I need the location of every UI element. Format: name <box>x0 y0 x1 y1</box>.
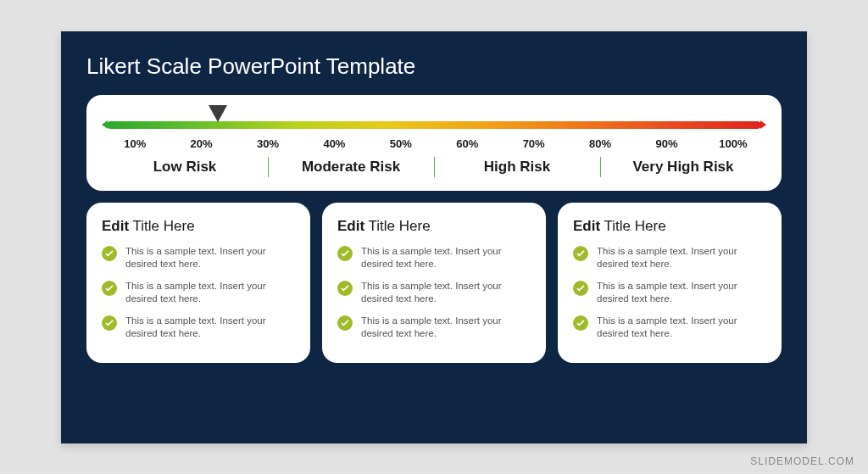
tick-label: 100% <box>700 137 766 150</box>
tick-label: 90% <box>633 137 699 150</box>
check-icon <box>102 281 117 296</box>
card-title: Edit Title Here <box>573 218 766 235</box>
tick-labels: 10% 20% 30% 40% 50% 60% 70% 80% 90% 100% <box>102 137 766 150</box>
list-item: This is a sample text. Insert your desir… <box>573 280 766 306</box>
risk-labels: Low Risk Moderate Risk High Risk Very Hi… <box>102 159 766 176</box>
card-title: Edit Title Here <box>337 218 531 235</box>
list-item: This is a sample text. Insert your desir… <box>102 315 295 341</box>
tick-label: 50% <box>368 137 434 150</box>
check-icon <box>337 315 353 331</box>
bullet-text: This is a sample text. Insert your desir… <box>361 315 531 341</box>
pointer-icon <box>209 105 227 122</box>
bullet-text: This is a sample text. Insert your desir… <box>361 280 531 306</box>
list-item: This is a sample text. Insert your desir… <box>337 245 531 271</box>
risk-segment: High Risk <box>434 159 600 176</box>
tick-label: 70% <box>500 137 566 150</box>
check-icon <box>337 246 353 261</box>
card-title: Edit Title Here <box>102 218 295 235</box>
list-item: This is a sample text. Insert your desir… <box>102 280 295 306</box>
check-icon <box>337 281 353 296</box>
risk-segment: Very High Risk <box>600 159 766 176</box>
cards-row: Edit Title Here This is a sample text. I… <box>86 203 782 363</box>
slide: Likert Scale PowerPoint Template 10% 20%… <box>61 31 807 443</box>
tick-label: 30% <box>235 137 301 150</box>
slide-title: Likert Scale PowerPoint Template <box>86 53 782 80</box>
list-item: This is a sample text. Insert your desir… <box>102 245 295 271</box>
list-item: This is a sample text. Insert your desir… <box>337 280 531 306</box>
info-card: Edit Title Here This is a sample text. I… <box>322 203 546 363</box>
check-icon <box>573 246 588 261</box>
check-icon <box>102 315 117 331</box>
check-icon <box>102 246 117 261</box>
info-card: Edit Title Here This is a sample text. I… <box>558 203 782 363</box>
check-icon <box>573 315 588 331</box>
tick-label: 60% <box>434 137 500 150</box>
bullet-text: This is a sample text. Insert your desir… <box>125 280 295 306</box>
list-item: This is a sample text. Insert your desir… <box>337 315 531 341</box>
bullet-text: This is a sample text. Insert your desir… <box>597 245 766 271</box>
scale-bar-wrap <box>107 117 761 132</box>
bullet-text: This is a sample text. Insert your desir… <box>597 315 766 341</box>
tick-label: 40% <box>301 137 367 150</box>
check-icon <box>573 281 588 296</box>
bullet-text: This is a sample text. Insert your desir… <box>125 245 295 271</box>
bullet-text: This is a sample text. Insert your desir… <box>125 315 295 341</box>
list-item: This is a sample text. Insert your desir… <box>573 315 766 341</box>
tick-label: 20% <box>168 137 234 150</box>
watermark: SLIDEMODEL.COM <box>750 455 854 467</box>
info-card: Edit Title Here This is a sample text. I… <box>86 203 310 363</box>
risk-segment: Low Risk <box>102 159 268 176</box>
risk-segment: Moderate Risk <box>268 159 434 176</box>
tick-label: 10% <box>102 137 168 150</box>
tick-label: 80% <box>567 137 633 150</box>
list-item: This is a sample text. Insert your desir… <box>573 245 766 271</box>
scale-card: 10% 20% 30% 40% 50% 60% 70% 80% 90% 100%… <box>86 95 782 191</box>
bullet-text: This is a sample text. Insert your desir… <box>597 280 766 306</box>
bullet-text: This is a sample text. Insert your desir… <box>361 245 531 271</box>
